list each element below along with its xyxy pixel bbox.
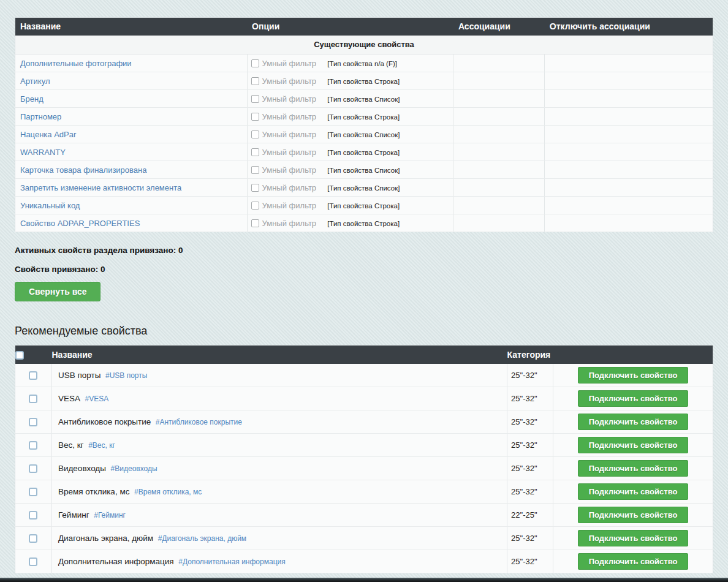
- connect-property-button[interactable]: Подключить свойство: [578, 483, 688, 500]
- property-options-cell: Умный фильтр [Тип свойства Строка]: [247, 214, 453, 232]
- smart-filter-label: Умный фильтр: [262, 165, 317, 175]
- recommended-column-action: [553, 346, 713, 364]
- property-row: Свойство ADPAR_PROPERTIES Умный фильтр […: [15, 214, 713, 232]
- smart-filter-group: Умный фильтр: [251, 59, 325, 68]
- recommended-row-checkbox[interactable]: [29, 418, 37, 426]
- recommended-property-tag-link[interactable]: #Диагональ экрана, дюйм: [158, 534, 247, 543]
- recommended-name-cell: Дополнительная информация #Дополнительна…: [51, 550, 507, 573]
- property-name-link[interactable]: Свойство ADPAR_PROPERTIES: [20, 219, 140, 228]
- select-all-cell: [15, 346, 52, 364]
- recommended-category-cell: 25"-32": [507, 457, 553, 480]
- recommended-property-tag-link[interactable]: #Видеовходы: [111, 464, 157, 473]
- page-content: Название Опции Ассоциации Отключить ассо…: [0, 0, 728, 573]
- recommended-row-checkbox[interactable]: [29, 534, 37, 543]
- smart-filter-checkbox[interactable]: [251, 166, 259, 174]
- recommended-property-name: Антибликовое покрытие: [58, 417, 151, 426]
- property-name-link[interactable]: Карточка товара финализирована: [20, 165, 146, 175]
- recommended-name-cell: VESA #VESA: [51, 387, 507, 410]
- recommended-action-cell: Подключить свойство: [553, 457, 713, 480]
- smart-filter-label: Умный фильтр: [262, 77, 317, 86]
- connect-property-button[interactable]: Подключить свойство: [578, 437, 688, 453]
- property-name-cell: Артикул: [15, 72, 248, 90]
- property-name-link[interactable]: Бренд: [20, 94, 44, 104]
- associations-cell: [453, 161, 545, 179]
- associations-cell: [453, 72, 545, 90]
- smart-filter-checkbox[interactable]: [251, 113, 259, 121]
- connect-property-button[interactable]: Подключить свойство: [578, 507, 688, 523]
- smart-filter-checkbox[interactable]: [251, 184, 259, 192]
- connect-property-button[interactable]: Подключить свойство: [578, 460, 688, 477]
- recommended-row-checkbox[interactable]: [29, 511, 37, 520]
- column-header-name: Название: [15, 18, 248, 36]
- property-row: Запретить изменение активности элемента …: [15, 179, 713, 197]
- property-name-link[interactable]: Уникальный код: [20, 201, 80, 210]
- smart-filter-checkbox[interactable]: [251, 77, 259, 85]
- property-name-link[interactable]: Наценка AdPar: [20, 130, 76, 139]
- select-all-checkbox[interactable]: [15, 351, 24, 360]
- recommended-row-checkbox[interactable]: [29, 488, 37, 496]
- property-type-label: [Тип свойства Список]: [327, 131, 400, 138]
- section-row: Существующие свойства: [15, 36, 713, 55]
- recommended-property-tag-link[interactable]: #Антибликовое покрытие: [156, 418, 242, 426]
- smart-filter-group: Умный фильтр: [251, 130, 325, 139]
- recommended-property-tag-link[interactable]: #Гейминг: [94, 511, 126, 520]
- recommended-properties-table: Название Категория USB порты #USB порты …: [15, 345, 713, 573]
- property-name-link[interactable]: WARRANTY: [20, 148, 66, 157]
- smart-filter-group: Умный фильтр: [251, 183, 325, 192]
- property-type-label: [Тип свойства Строка]: [327, 78, 400, 85]
- property-name-link[interactable]: Запретить изменение активности элемента: [20, 183, 181, 192]
- property-options-cell: Умный фильтр [Тип свойства Строка]: [247, 108, 453, 126]
- recommended-checkbox-cell: [15, 387, 52, 410]
- recommended-checkbox-cell: [15, 550, 52, 573]
- property-row: WARRANTY Умный фильтр [Тип свойства Стро…: [15, 143, 713, 161]
- smart-filter-group: Умный фильтр: [251, 77, 325, 86]
- recommended-checkbox-cell: [15, 364, 52, 387]
- smart-filter-checkbox[interactable]: [251, 202, 259, 210]
- recommended-property-tag-link[interactable]: #Дополнительная информация: [178, 557, 285, 566]
- recommended-row: Вес, кг #Вес, кг 25"-32" Подключить свой…: [15, 434, 713, 457]
- recommended-property-name: Диагональ экрана, дюйм: [58, 534, 153, 543]
- recommended-row: Антибликовое покрытие #Антибликовое покр…: [15, 410, 713, 434]
- recommended-row-checkbox[interactable]: [29, 371, 37, 380]
- connect-property-button[interactable]: Подключить свойство: [578, 530, 688, 546]
- property-row: Наценка AdPar Умный фильтр [Тип свойства…: [15, 126, 713, 143]
- recommended-action-cell: Подключить свойство: [553, 387, 713, 410]
- property-type-label: [Тип свойства Строка]: [327, 113, 400, 121]
- property-name-link[interactable]: Дополнительные фотографии: [20, 59, 132, 68]
- property-row: Карточка товара финализирована Умный фил…: [15, 161, 713, 179]
- recommended-property-tag-link[interactable]: #USB порты: [105, 371, 147, 380]
- smart-filter-checkbox[interactable]: [251, 95, 259, 103]
- associations-cell: [453, 90, 545, 108]
- recommended-category-cell: 25"-32": [507, 364, 553, 387]
- recommended-property-tag-link[interactable]: #VESA: [85, 395, 109, 403]
- smart-filter-checkbox[interactable]: [251, 130, 259, 138]
- recommended-category-cell: 25"-32": [507, 527, 553, 550]
- recommended-property-name: USB порты: [58, 371, 100, 380]
- smart-filter-checkbox[interactable]: [251, 59, 259, 67]
- recommended-row-checkbox[interactable]: [29, 557, 37, 566]
- recommended-property-tag-link[interactable]: #Время отклика, мс: [134, 488, 202, 496]
- connect-property-button[interactable]: Подключить свойство: [578, 390, 688, 407]
- total-bound-count: Свойств привязано: 0: [15, 265, 713, 274]
- smart-filter-label: Умный фильтр: [262, 183, 317, 192]
- recommended-checkbox-cell: [15, 480, 52, 504]
- disable-associations-cell: [545, 126, 713, 143]
- recommended-property-tag-link[interactable]: #Вес, кг: [88, 441, 115, 450]
- smart-filter-label: Умный фильтр: [262, 59, 317, 68]
- smart-filter-checkbox[interactable]: [251, 219, 259, 227]
- smart-filter-label: Умный фильтр: [262, 94, 317, 104]
- property-name-link[interactable]: Партномер: [20, 112, 61, 121]
- connect-property-button[interactable]: Подключить свойство: [578, 367, 688, 384]
- property-name-link[interactable]: Артикул: [20, 77, 50, 86]
- collapse-all-button[interactable]: Свернуть все: [15, 282, 100, 301]
- recommended-heading: Рекомендуемые свойства: [15, 325, 713, 338]
- connect-property-button[interactable]: Подключить свойство: [578, 553, 688, 570]
- disable-associations-cell: [545, 143, 713, 161]
- recommended-row-checkbox[interactable]: [29, 441, 37, 450]
- recommended-row-checkbox[interactable]: [29, 464, 37, 473]
- associations-cell: [453, 179, 545, 197]
- associations-cell: [453, 108, 545, 126]
- smart-filter-checkbox[interactable]: [251, 148, 259, 156]
- recommended-row-checkbox[interactable]: [29, 395, 37, 403]
- connect-property-button[interactable]: Подключить свойство: [578, 414, 688, 430]
